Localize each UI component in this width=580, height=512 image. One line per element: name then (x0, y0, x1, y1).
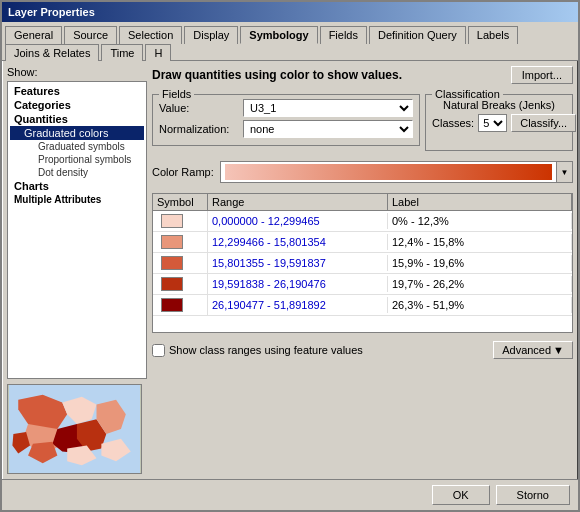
checkbox-row: Show class ranges using feature values (152, 344, 363, 357)
td-range-3: 15,801355 - 19,591837 (208, 255, 388, 271)
color-ramp-gradient (225, 164, 552, 180)
tab-joins-relates[interactable]: Joins & Relates (5, 44, 99, 61)
color-swatch-5 (161, 298, 183, 312)
td-range-4: 19,591838 - 26,190476 (208, 276, 388, 292)
table-row[interactable]: 19,591838 - 26,190476 19,7% - 26,2% (153, 274, 572, 295)
normalization-row: Normalization: none (159, 120, 413, 138)
classification-section: Classification Natural Breaks (Jenks) Cl… (425, 94, 573, 151)
td-label-2: 12,4% - 15,8% (388, 234, 572, 250)
th-label: Label (388, 194, 572, 210)
color-swatch-1 (161, 214, 183, 228)
tab-definition-query[interactable]: Definition Query (369, 26, 466, 44)
tree-proportional-symbols[interactable]: Proportional symbols (10, 153, 144, 166)
table-row[interactable]: 12,299466 - 15,801354 12,4% - 15,8% (153, 232, 572, 253)
tab-labels[interactable]: Labels (468, 26, 518, 44)
td-label-1: 0% - 12,3% (388, 213, 572, 229)
fields-group-label: Fields (159, 88, 194, 100)
td-label-4: 19,7% - 26,2% (388, 276, 572, 292)
color-ramp-row: Color Ramp: ▼ (152, 161, 573, 183)
td-label-3: 15,9% - 19,6% (388, 255, 572, 271)
value-row: Value: U3_1 (159, 99, 413, 117)
symbol-table: Symbol Range Label 0,000000 - 12,299465 … (152, 193, 573, 333)
tree-graduated-symbols[interactable]: Graduated symbols (10, 140, 144, 153)
th-symbol: Symbol (153, 194, 208, 210)
draw-header: Draw quantities using color to show valu… (152, 66, 573, 84)
draw-header-text: Draw quantities using color to show valu… (152, 68, 402, 82)
value-select[interactable]: U3_1 (243, 99, 413, 117)
advanced-dropdown-arrow: ▼ (553, 344, 564, 356)
import-button[interactable]: Import... (511, 66, 573, 84)
tree-categories[interactable]: Categories (10, 98, 144, 112)
td-range-2: 12,299466 - 15,801354 (208, 234, 388, 250)
td-symbol-3 (153, 253, 208, 273)
td-label-5: 26,3% - 51,9% (388, 297, 572, 313)
tab-symbology[interactable]: Symbology (240, 26, 317, 44)
normalization-label: Normalization: (159, 123, 239, 135)
color-ramp-select[interactable]: ▼ (220, 161, 573, 183)
table-header: Symbol Range Label (153, 194, 572, 211)
bottom-row: Show class ranges using feature values A… (152, 341, 573, 359)
show-class-ranges-checkbox[interactable] (152, 344, 165, 357)
show-label: Show: (7, 66, 147, 78)
value-label: Value: (159, 102, 239, 114)
td-symbol-4 (153, 274, 208, 294)
advanced-button[interactable]: Advanced ▼ (493, 341, 573, 359)
natural-breaks-text: Natural Breaks (Jenks) (432, 99, 566, 111)
td-symbol-5 (153, 295, 208, 315)
panels-row: Fields Value: U3_1 Normalization: none (152, 94, 573, 151)
map-preview (7, 384, 142, 474)
color-swatch-3 (161, 256, 183, 270)
table-row[interactable]: 26,190477 - 51,891892 26,3% - 51,9% (153, 295, 572, 316)
classes-label: Classes: (432, 117, 474, 129)
layer-properties-window: Layer Properties General Source Selectio… (0, 0, 580, 512)
tab-fields[interactable]: Fields (320, 26, 367, 44)
fields-group: Fields Value: U3_1 Normalization: none (152, 94, 420, 146)
color-swatch-2 (161, 235, 183, 249)
color-ramp-label: Color Ramp: (152, 166, 214, 178)
tree-container[interactable]: Features Categories Quantities Graduated… (7, 81, 147, 379)
window-title: Layer Properties (8, 6, 95, 18)
tree-multiple-attributes[interactable]: Multiple Attributes (10, 193, 144, 206)
classification-group-label: Classification (432, 88, 503, 100)
table-row[interactable]: 0,000000 - 12,299465 0% - 12,3% (153, 211, 572, 232)
classes-row: Classes: 5 Classify... (432, 114, 566, 132)
tree-quantities[interactable]: Quantities (10, 112, 144, 126)
th-range: Range (208, 194, 388, 210)
tree-features[interactable]: Features (10, 84, 144, 98)
table-row[interactable]: 15,801355 - 19,591837 15,9% - 19,6% (153, 253, 572, 274)
tree-graduated-colors[interactable]: Graduated colors (10, 126, 144, 140)
tab-selection[interactable]: Selection (119, 26, 182, 44)
color-swatch-4 (161, 277, 183, 291)
classify-button[interactable]: Classify... (511, 114, 576, 132)
tab-h[interactable]: H (145, 44, 171, 61)
td-symbol-2 (153, 232, 208, 252)
fields-section: Fields Value: U3_1 Normalization: none (152, 94, 420, 151)
tabs-container: General Source Selection Display Symbolo… (2, 22, 578, 61)
left-panel: Show: Features Categories Quantities Gra… (7, 66, 147, 474)
title-bar: Layer Properties (2, 2, 578, 22)
color-ramp-dropdown-arrow[interactable]: ▼ (556, 162, 572, 182)
ok-button[interactable]: OK (432, 485, 490, 505)
footer: OK Storno (2, 479, 578, 510)
tab-display[interactable]: Display (184, 26, 238, 44)
td-range-5: 26,190477 - 51,891892 (208, 297, 388, 313)
tab-time[interactable]: Time (101, 44, 143, 61)
tab-source[interactable]: Source (64, 26, 117, 44)
tree-charts[interactable]: Charts (10, 179, 144, 193)
normalization-select[interactable]: none (243, 120, 413, 138)
td-range-1: 0,000000 - 12,299465 (208, 213, 388, 229)
content-area: Show: Features Categories Quantities Gra… (2, 61, 578, 479)
td-symbol-1 (153, 211, 208, 231)
tab-general[interactable]: General (5, 26, 62, 44)
table-body: 0,000000 - 12,299465 0% - 12,3% 12,29946… (153, 211, 572, 316)
right-panel: Draw quantities using color to show valu… (152, 66, 573, 474)
show-class-ranges-label: Show class ranges using feature values (169, 344, 363, 356)
cancel-button[interactable]: Storno (496, 485, 570, 505)
tree-dot-density[interactable]: Dot density (10, 166, 144, 179)
classes-select[interactable]: 5 (478, 114, 507, 132)
